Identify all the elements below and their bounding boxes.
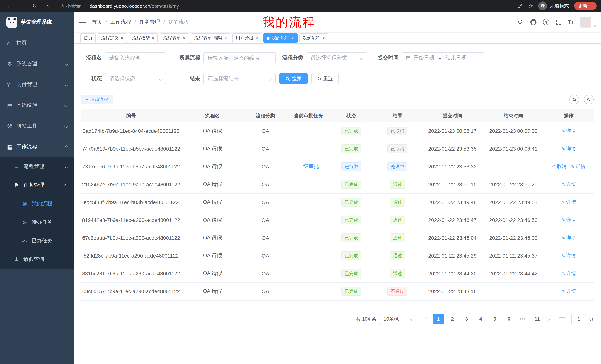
- sidebar-item-infrastructure[interactable]: ▤基础设施: [0, 95, 74, 116]
- result-badge: 已取消: [387, 126, 408, 135]
- browser-forward-icon[interactable]: →: [17, 1, 27, 11]
- eye-icon: ⊙: [22, 219, 31, 226]
- reset-button[interactable]: ↻ 重置: [311, 73, 339, 84]
- breadcrumb-current: 我的流程: [168, 19, 189, 25]
- chevron-down-icon: [159, 77, 162, 80]
- close-icon[interactable]: ×: [322, 36, 325, 40]
- close-icon[interactable]: ×: [121, 36, 123, 40]
- table-row: 7317cec6-7b9b-11ec-b5b7-acde48001122OA 请…: [81, 158, 594, 175]
- font-size-icon[interactable]: T↕: [568, 19, 573, 25]
- result-select[interactable]: 请选择流结果: [203, 73, 276, 84]
- sidebar-item-todo-task[interactable]: ⊙待办任务: [0, 213, 74, 231]
- search-toggle-button[interactable]: [570, 95, 579, 104]
- next-page-button[interactable]: [543, 314, 554, 324]
- close-icon[interactable]: ×: [291, 36, 294, 40]
- goto-page-input[interactable]: [571, 314, 586, 324]
- result-badge: 通过: [390, 269, 405, 278]
- detail-link[interactable]: ✎详情: [561, 217, 576, 223]
- close-icon[interactable]: ×: [152, 36, 155, 40]
- detail-link[interactable]: ✎详情: [561, 128, 576, 134]
- create-process-button[interactable]: + 发起流程: [81, 95, 113, 104]
- close-icon[interactable]: ×: [183, 36, 186, 40]
- address-bar[interactable]: dashboard.yudao.iocoder.cn/bpm/task/my: [90, 3, 179, 9]
- sidebar-item-devtools[interactable]: ⚒研发工具: [0, 116, 74, 136]
- site-security[interactable]: ⚠ 不安全: [60, 3, 81, 9]
- page-size-select[interactable]: 10条/页: [380, 314, 416, 324]
- page-button-4[interactable]: 4: [475, 314, 486, 324]
- tab-home[interactable]: 首页: [80, 33, 96, 43]
- breadcrumb-home[interactable]: 首页: [92, 19, 102, 25]
- status-select[interactable]: 请选择状态: [105, 73, 166, 84]
- breadcrumb-task-management[interactable]: 任务管理: [139, 19, 160, 25]
- breadcrumb-workflow[interactable]: 工作流程: [110, 19, 131, 25]
- app-logo[interactable]: 芋道管理系统: [0, 12, 74, 33]
- browser-menu-icon[interactable]: ⋮: [590, 3, 594, 9]
- result-cell: 通过: [373, 265, 422, 282]
- refresh-table-button[interactable]: ↻: [584, 95, 594, 104]
- tab-my-process[interactable]: 我的流程×: [263, 33, 297, 43]
- tab-label: 流程定义: [101, 35, 119, 41]
- prev-page-button[interactable]: [421, 314, 432, 324]
- tab-process-definition[interactable]: 流程定义×: [98, 33, 127, 43]
- tab-process-form[interactable]: 流程表单×: [160, 33, 189, 43]
- tab-start-process[interactable]: 发起流程×: [299, 33, 328, 43]
- chevron-down-icon: [360, 56, 363, 60]
- detail-link[interactable]: ✎详情: [571, 163, 585, 170]
- browser-back-icon[interactable]: ←: [4, 1, 14, 11]
- sidebar-item-task-management[interactable]: ⚑任务管理: [0, 176, 74, 194]
- tab-process-model[interactable]: 流程模型×: [129, 33, 158, 43]
- tab-label: 发起流程: [302, 35, 320, 41]
- detail-link[interactable]: ✎详情: [561, 288, 576, 295]
- end-time-cell: 2022-01-22 23:46:09: [483, 229, 544, 247]
- browser-update-button[interactable]: 更新 ⋮: [574, 2, 597, 10]
- page-button-1[interactable]: 1: [433, 314, 444, 324]
- sidebar-item-workflow[interactable]: ▦工作流程: [0, 136, 74, 157]
- sidebar: 芋道管理系统 ⌂首页⚙系统管理¥支付管理▤基础设施⚒研发工具▦工作流程≣流程管理…: [0, 12, 74, 364]
- process-name-input[interactable]: [105, 52, 166, 63]
- fullscreen-icon[interactable]: [556, 19, 562, 25]
- sidebar-item-my-process[interactable]: ◉我的流程: [0, 194, 74, 213]
- url-host: dashboard.yudao.iocoder.cn: [90, 3, 150, 9]
- detail-link[interactable]: ✎详情: [561, 270, 576, 277]
- detail-link[interactable]: ✎详情: [561, 199, 576, 206]
- tabs-bar: 首页流程定义×流程模型×流程表单×流程表单-编辑×用户分组×我的流程×发起流程×: [74, 33, 601, 44]
- password-key-icon[interactable]: [517, 3, 523, 9]
- sidebar-item-payment[interactable]: ¥支付管理: [0, 74, 74, 95]
- help-icon[interactable]: ?: [543, 19, 550, 25]
- process-list-icon: ≣: [14, 163, 23, 170]
- more-pages-button[interactable]: •••: [517, 314, 529, 324]
- category-select[interactable]: 请选择流程分类: [306, 52, 367, 63]
- cancel-link[interactable]: ⊘取消: [552, 163, 566, 170]
- user-menu[interactable]: [580, 17, 595, 28]
- tab-process-form-edit[interactable]: 流程表单-编辑×: [191, 33, 230, 43]
- sidebar-toggle-button[interactable]: [80, 20, 86, 25]
- sidebar-item-system[interactable]: ⚙系统管理: [0, 53, 74, 74]
- close-icon[interactable]: ×: [224, 36, 227, 40]
- sidebar-item-done-task[interactable]: ✂已办任务: [0, 231, 74, 250]
- browser-reload-icon[interactable]: ↻: [30, 1, 39, 11]
- current-task-link[interactable]: 一级审批: [298, 163, 319, 169]
- detail-link[interactable]: ✎详情: [561, 145, 576, 152]
- detail-link[interactable]: ✎详情: [561, 252, 576, 259]
- page-button-11[interactable]: 11: [531, 314, 543, 324]
- github-icon[interactable]: [530, 19, 537, 25]
- tab-user-group[interactable]: 用户分组×: [232, 33, 261, 43]
- close-icon[interactable]: ×: [255, 36, 258, 40]
- submit-time-range[interactable]: 开始日期 - 结束日期: [401, 52, 485, 63]
- browser-home-icon[interactable]: ⌂: [42, 1, 52, 11]
- bookmark-star-icon[interactable]: ☆: [528, 3, 533, 9]
- process-def-input[interactable]: [203, 52, 276, 63]
- sidebar-item-leave-query[interactable]: ♟请假查询: [0, 250, 74, 269]
- page-button-6[interactable]: 6: [503, 314, 514, 324]
- detail-link[interactable]: ✎详情: [561, 234, 576, 241]
- sidebar-item-home[interactable]: ⌂首页: [0, 33, 74, 53]
- page-button-5[interactable]: 5: [489, 314, 500, 324]
- page-button-2[interactable]: 2: [447, 314, 458, 324]
- page-button-3[interactable]: 3: [461, 314, 472, 324]
- search-button[interactable]: 搜索: [279, 73, 308, 84]
- sidebar-item-process-management[interactable]: ≣流程管理: [0, 157, 74, 176]
- scissors-icon: ✂: [22, 238, 31, 244]
- header-search-icon[interactable]: [518, 19, 524, 25]
- sidebar-item-label: 已办任务: [31, 238, 68, 244]
- detail-link[interactable]: ✎详情: [561, 181, 576, 188]
